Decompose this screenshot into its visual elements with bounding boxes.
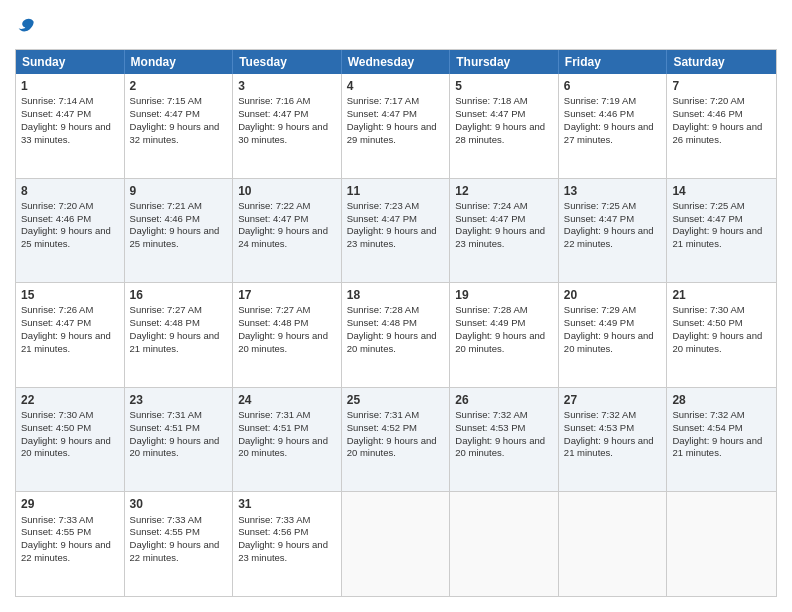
daylight-text: Daylight: 9 hours and 33 minutes.: [21, 121, 111, 145]
daylight-text: Daylight: 9 hours and 28 minutes.: [455, 121, 545, 145]
day-cell-18: 18Sunrise: 7:28 AMSunset: 4:48 PMDayligh…: [342, 283, 451, 387]
sunset-text: Sunset: 4:56 PM: [238, 526, 308, 537]
day-number: 19: [455, 287, 553, 303]
sunrise-text: Sunrise: 7:26 AM: [21, 304, 93, 315]
calendar-row-1: 1Sunrise: 7:14 AMSunset: 4:47 PMDaylight…: [16, 74, 776, 179]
sunrise-text: Sunrise: 7:27 AM: [130, 304, 202, 315]
day-number: 23: [130, 392, 228, 408]
day-cell-24: 24Sunrise: 7:31 AMSunset: 4:51 PMDayligh…: [233, 388, 342, 492]
sunset-text: Sunset: 4:48 PM: [347, 317, 417, 328]
day-cell-13: 13Sunrise: 7:25 AMSunset: 4:47 PMDayligh…: [559, 179, 668, 283]
sunrise-text: Sunrise: 7:33 AM: [130, 514, 202, 525]
calendar-row-2: 8Sunrise: 7:20 AMSunset: 4:46 PMDaylight…: [16, 179, 776, 284]
day-cell-26: 26Sunrise: 7:32 AMSunset: 4:53 PMDayligh…: [450, 388, 559, 492]
day-number: 15: [21, 287, 119, 303]
sunset-text: Sunset: 4:52 PM: [347, 422, 417, 433]
daylight-text: Daylight: 9 hours and 22 minutes.: [21, 539, 111, 563]
sunset-text: Sunset: 4:50 PM: [21, 422, 91, 433]
sunset-text: Sunset: 4:47 PM: [672, 213, 742, 224]
sunrise-text: Sunrise: 7:18 AM: [455, 95, 527, 106]
day-number: 27: [564, 392, 662, 408]
day-cell-28: 28Sunrise: 7:32 AMSunset: 4:54 PMDayligh…: [667, 388, 776, 492]
daylight-text: Daylight: 9 hours and 25 minutes.: [21, 225, 111, 249]
sunset-text: Sunset: 4:54 PM: [672, 422, 742, 433]
sunset-text: Sunset: 4:47 PM: [21, 108, 91, 119]
day-cell-20: 20Sunrise: 7:29 AMSunset: 4:49 PMDayligh…: [559, 283, 668, 387]
sunrise-text: Sunrise: 7:27 AM: [238, 304, 310, 315]
sunrise-text: Sunrise: 7:22 AM: [238, 200, 310, 211]
day-number: 17: [238, 287, 336, 303]
day-cell-12: 12Sunrise: 7:24 AMSunset: 4:47 PMDayligh…: [450, 179, 559, 283]
sunrise-text: Sunrise: 7:28 AM: [347, 304, 419, 315]
empty-cell: [667, 492, 776, 596]
col-header-friday: Friday: [559, 50, 668, 74]
sunrise-text: Sunrise: 7:15 AM: [130, 95, 202, 106]
sunset-text: Sunset: 4:55 PM: [130, 526, 200, 537]
sunset-text: Sunset: 4:48 PM: [238, 317, 308, 328]
col-header-wednesday: Wednesday: [342, 50, 451, 74]
daylight-text: Daylight: 9 hours and 30 minutes.: [238, 121, 328, 145]
daylight-text: Daylight: 9 hours and 21 minutes.: [564, 435, 654, 459]
sunset-text: Sunset: 4:53 PM: [564, 422, 634, 433]
day-number: 10: [238, 183, 336, 199]
daylight-text: Daylight: 9 hours and 32 minutes.: [130, 121, 220, 145]
day-cell-31: 31Sunrise: 7:33 AMSunset: 4:56 PMDayligh…: [233, 492, 342, 596]
day-cell-15: 15Sunrise: 7:26 AMSunset: 4:47 PMDayligh…: [16, 283, 125, 387]
sunset-text: Sunset: 4:47 PM: [21, 317, 91, 328]
day-cell-1: 1Sunrise: 7:14 AMSunset: 4:47 PMDaylight…: [16, 74, 125, 178]
daylight-text: Daylight: 9 hours and 20 minutes.: [238, 330, 328, 354]
sunset-text: Sunset: 4:47 PM: [238, 108, 308, 119]
empty-cell: [342, 492, 451, 596]
daylight-text: Daylight: 9 hours and 20 minutes.: [564, 330, 654, 354]
day-cell-3: 3Sunrise: 7:16 AMSunset: 4:47 PMDaylight…: [233, 74, 342, 178]
day-number: 2: [130, 78, 228, 94]
day-number: 9: [130, 183, 228, 199]
sunset-text: Sunset: 4:46 PM: [21, 213, 91, 224]
sunrise-text: Sunrise: 7:24 AM: [455, 200, 527, 211]
day-number: 7: [672, 78, 771, 94]
daylight-text: Daylight: 9 hours and 22 minutes.: [130, 539, 220, 563]
day-number: 20: [564, 287, 662, 303]
calendar-row-4: 22Sunrise: 7:30 AMSunset: 4:50 PMDayligh…: [16, 388, 776, 493]
sunset-text: Sunset: 4:47 PM: [564, 213, 634, 224]
day-number: 16: [130, 287, 228, 303]
day-cell-6: 6Sunrise: 7:19 AMSunset: 4:46 PMDaylight…: [559, 74, 668, 178]
sunrise-text: Sunrise: 7:21 AM: [130, 200, 202, 211]
col-header-thursday: Thursday: [450, 50, 559, 74]
daylight-text: Daylight: 9 hours and 26 minutes.: [672, 121, 762, 145]
day-number: 4: [347, 78, 445, 94]
daylight-text: Daylight: 9 hours and 23 minutes.: [347, 225, 437, 249]
daylight-text: Daylight: 9 hours and 29 minutes.: [347, 121, 437, 145]
sunrise-text: Sunrise: 7:19 AM: [564, 95, 636, 106]
col-header-saturday: Saturday: [667, 50, 776, 74]
day-number: 12: [455, 183, 553, 199]
sunrise-text: Sunrise: 7:16 AM: [238, 95, 310, 106]
day-cell-8: 8Sunrise: 7:20 AMSunset: 4:46 PMDaylight…: [16, 179, 125, 283]
sunrise-text: Sunrise: 7:30 AM: [672, 304, 744, 315]
empty-cell: [559, 492, 668, 596]
header: [15, 15, 777, 39]
day-number: 25: [347, 392, 445, 408]
logo: [15, 15, 37, 39]
daylight-text: Daylight: 9 hours and 20 minutes.: [130, 435, 220, 459]
sunset-text: Sunset: 4:47 PM: [130, 108, 200, 119]
day-number: 8: [21, 183, 119, 199]
sunrise-text: Sunrise: 7:32 AM: [455, 409, 527, 420]
calendar: SundayMondayTuesdayWednesdayThursdayFrid…: [15, 49, 777, 597]
day-number: 1: [21, 78, 119, 94]
day-number: 14: [672, 183, 771, 199]
daylight-text: Daylight: 9 hours and 20 minutes.: [347, 330, 437, 354]
day-cell-27: 27Sunrise: 7:32 AMSunset: 4:53 PMDayligh…: [559, 388, 668, 492]
sunrise-text: Sunrise: 7:20 AM: [21, 200, 93, 211]
sunset-text: Sunset: 4:50 PM: [672, 317, 742, 328]
day-cell-19: 19Sunrise: 7:28 AMSunset: 4:49 PMDayligh…: [450, 283, 559, 387]
sunrise-text: Sunrise: 7:20 AM: [672, 95, 744, 106]
daylight-text: Daylight: 9 hours and 20 minutes.: [672, 330, 762, 354]
day-number: 29: [21, 496, 119, 512]
day-cell-7: 7Sunrise: 7:20 AMSunset: 4:46 PMDaylight…: [667, 74, 776, 178]
daylight-text: Daylight: 9 hours and 22 minutes.: [564, 225, 654, 249]
day-cell-29: 29Sunrise: 7:33 AMSunset: 4:55 PMDayligh…: [16, 492, 125, 596]
day-cell-11: 11Sunrise: 7:23 AMSunset: 4:47 PMDayligh…: [342, 179, 451, 283]
day-number: 28: [672, 392, 771, 408]
day-number: 18: [347, 287, 445, 303]
